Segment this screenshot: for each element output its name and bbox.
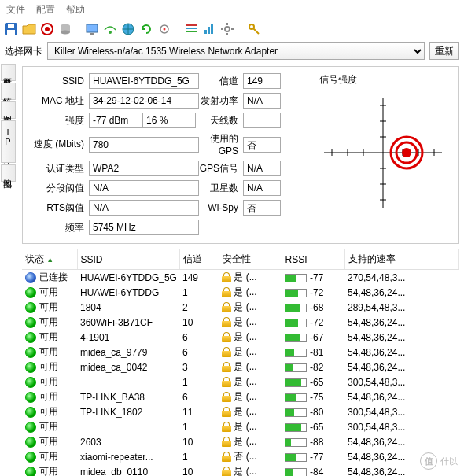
status-dot-icon: [25, 347, 36, 358]
gps-icon[interactable]: [157, 21, 172, 37]
strength-pct: 16 %: [142, 113, 196, 128]
globe-icon[interactable]: [120, 21, 136, 37]
menu-file[interactable]: 文件: [6, 3, 25, 17]
table-row[interactable]: 可用HUAWEI-6YTDDG1 是 (...-7254,48,36,24...: [22, 285, 459, 300]
svg-rect-9: [90, 33, 94, 35]
sat-label: 卫星数: [199, 182, 243, 195]
rssi-bar-icon: [285, 378, 307, 387]
refresh-icon[interactable]: [138, 21, 154, 37]
lock-icon: [222, 377, 231, 387]
wispy-value: 否: [243, 200, 281, 216]
status-dot-icon: [25, 437, 36, 448]
col-rssi[interactable]: RSSI: [282, 249, 344, 270]
table-row[interactable]: 可用TP-LINK_BA386 是 (...-7554,48,36,24...: [22, 389, 459, 404]
pc-icon[interactable]: [84, 21, 100, 37]
target-icon[interactable]: [39, 21, 55, 37]
col-channel[interactable]: 信道: [179, 249, 219, 270]
lock-icon: [222, 317, 231, 327]
strength-value: -77 dBm: [89, 113, 142, 128]
rts-label: RTS阈值: [28, 201, 89, 215]
menu-config[interactable]: 配置: [36, 3, 55, 17]
sat-value: N/A: [243, 180, 281, 196]
rssi-bar-icon: [285, 453, 307, 462]
ssid-label: SSID: [28, 76, 89, 87]
detail-panel: SSID HUAWEI-6YTDDG_5G 信道 149 MAC 地址 34-2…: [22, 66, 459, 244]
svg-rect-2: [8, 24, 14, 28]
tab-map[interactable]: 地图: [1, 164, 16, 182]
mac-label: MAC 地址: [28, 94, 89, 108]
svg-point-4: [45, 27, 50, 31]
adapter-select[interactable]: Killer Wireless-n/a/ac 1535 Wireless Net…: [47, 42, 425, 60]
table-row[interactable]: 可用midea_db_011010 是 (...-8454,48,36,24..…: [22, 464, 459, 476]
rssi-bar-icon: [285, 393, 307, 402]
table-row[interactable]: 可用midea_ca_00423 是 (...-8254,48,36,24...: [22, 360, 459, 375]
key-icon[interactable]: [246, 21, 262, 37]
mac-value: 34-29-12-02-06-14: [89, 93, 199, 109]
refresh-button[interactable]: 重新: [429, 42, 459, 60]
svg-rect-16: [186, 31, 197, 32]
wifi-icon[interactable]: [102, 21, 118, 37]
rssi-bar-icon: [285, 319, 307, 327]
lock-icon: [222, 467, 231, 476]
speed-label: 速度 (Mbits): [28, 138, 89, 151]
svg-point-10: [109, 31, 112, 34]
lock-icon: [222, 437, 231, 447]
gear-icon[interactable]: [219, 21, 235, 37]
list-icon[interactable]: [183, 21, 199, 37]
antenna-label: 天线数: [199, 114, 243, 127]
networks-table: 状态 ▲ SSID 信道 安全性 RSSI 支持的速率 已连接HUAWEI-6Y…: [22, 249, 459, 476]
rssi-bar-icon: [285, 423, 307, 432]
col-ssid[interactable]: SSID: [77, 249, 179, 270]
svg-rect-19: [211, 24, 213, 34]
col-security[interactable]: 安全性: [219, 249, 282, 270]
antenna-value: [243, 113, 281, 128]
lock-icon: [222, 347, 231, 357]
rssi-bar-icon: [285, 289, 307, 297]
channel-value: 149: [243, 73, 281, 89]
auth-value: WPA2: [89, 161, 199, 176]
col-rates[interactable]: 支持的速率: [344, 249, 459, 270]
svg-rect-1: [7, 30, 15, 35]
signal-radar: [316, 90, 450, 216]
rssi-bar-icon: [285, 468, 307, 476]
table-row[interactable]: 可用260310 是 (...-8854,48,36,24...: [22, 434, 459, 449]
save-icon[interactable]: [3, 21, 19, 37]
table-row[interactable]: 可用360WiFi-3B71CF10 是 (...-7254,48,36,24.…: [22, 315, 459, 330]
table-row[interactable]: 可用xiaomi-repeater...1 否 (...-7754,48,36,…: [22, 449, 459, 464]
db-icon[interactable]: [57, 21, 73, 37]
speed-value: 780: [89, 137, 199, 153]
table-row[interactable]: 可用4-19016 是 (...-6754,48,36,24...: [22, 330, 459, 345]
lock-icon: [222, 362, 231, 372]
chart-icon[interactable]: [201, 21, 217, 37]
tab-graph[interactable]: 图形: [1, 101, 16, 119]
table-row[interactable]: 可用midea_ca_97796 是 (...-8154,48,36,24...: [22, 345, 459, 360]
status-dot-icon: [25, 362, 36, 373]
adapter-label: 选择网卡: [5, 45, 42, 58]
frag-label: 分段阈值: [28, 182, 89, 195]
freq-label: 频率: [28, 221, 89, 234]
table-row[interactable]: 已连接HUAWEI-6YTDDG_5G149 是 (...-77270,54,4…: [22, 270, 459, 286]
status-dot-icon: [25, 407, 36, 418]
folder-icon[interactable]: [21, 21, 37, 37]
tab-ipconn[interactable]: IP 连接: [1, 120, 16, 163]
table-row[interactable]: 可用TP-LINK_180211 是 (...-80300,54,48,3...: [22, 404, 459, 419]
auth-label: 认证类型: [28, 162, 89, 175]
gpssig-value: N/A: [243, 161, 281, 176]
svg-point-20: [225, 27, 230, 31]
table-row[interactable]: 可用1 是 (...-65300,54,48,3...: [22, 419, 459, 434]
svg-rect-8: [87, 24, 98, 32]
col-status[interactable]: 状态 ▲: [22, 249, 77, 270]
strength-label: 强度: [28, 114, 89, 127]
signal-strength-title: 信号强度: [316, 73, 454, 87]
menu-help[interactable]: 帮助: [66, 3, 85, 17]
frag-value: N/A: [89, 180, 199, 196]
tab-summary[interactable]: 概要: [1, 64, 16, 81]
gpssig-label: GPS信号: [199, 162, 243, 175]
tab-stats[interactable]: 统计: [1, 83, 16, 100]
status-dot-icon: [25, 302, 36, 313]
status-dot-icon: [25, 272, 36, 283]
table-row[interactable]: 可用18042 是 (...-68289,54,48,3...: [22, 300, 459, 315]
svg-rect-14: [186, 24, 197, 26]
table-row[interactable]: 可用1 是 (...-65300,54,48,3...: [22, 375, 459, 389]
lock-icon: [222, 392, 231, 402]
